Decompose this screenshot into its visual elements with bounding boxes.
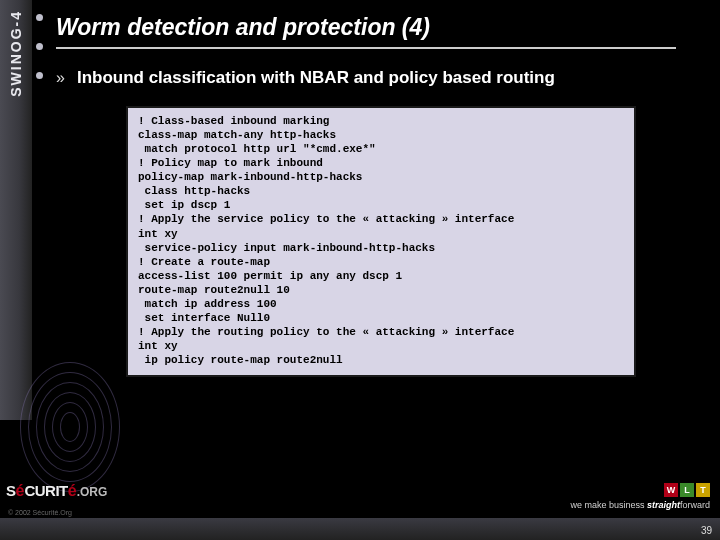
footer-bar bbox=[0, 518, 720, 540]
logo-squares: W L T bbox=[664, 483, 710, 497]
title-rule bbox=[56, 47, 676, 49]
slide-content: Worm detection and protection (4) » Inbo… bbox=[48, 0, 708, 377]
bullet-text: Inbound classification with NBAR and pol… bbox=[77, 67, 555, 90]
bullet-arrow-icon: » bbox=[56, 69, 65, 87]
bullet-row: » Inbound classification with NBAR and p… bbox=[48, 67, 708, 90]
sidebar-label: SWINOG-4 bbox=[8, 10, 24, 97]
square-icon: W bbox=[664, 483, 678, 497]
logo-part: CURIT bbox=[24, 482, 67, 499]
sidebar-dots bbox=[36, 14, 43, 79]
tagline: we make business straightforward bbox=[570, 500, 710, 510]
dot-icon bbox=[36, 72, 43, 79]
logo-org: .ORG bbox=[77, 485, 108, 499]
logo-part: S bbox=[6, 482, 16, 499]
copyright-text: © 2002 Sécurité.Org bbox=[8, 509, 72, 516]
code-block: ! Class-based inbound marking class-map … bbox=[126, 106, 636, 377]
square-icon: L bbox=[680, 483, 694, 497]
logo-accent: é bbox=[68, 482, 77, 499]
slide-title: Worm detection and protection (4) bbox=[48, 14, 708, 41]
logo-securite: SéCURITé.ORG bbox=[6, 482, 107, 500]
square-icon: T bbox=[696, 483, 710, 497]
tag-pre: we make business bbox=[570, 500, 647, 510]
tag-em: straight bbox=[647, 500, 680, 510]
dot-icon bbox=[36, 14, 43, 21]
tag-post: forward bbox=[680, 500, 710, 510]
page-number: 39 bbox=[701, 525, 712, 536]
footer-right: W L T we make business straightforward bbox=[570, 483, 710, 510]
dot-icon bbox=[36, 43, 43, 50]
